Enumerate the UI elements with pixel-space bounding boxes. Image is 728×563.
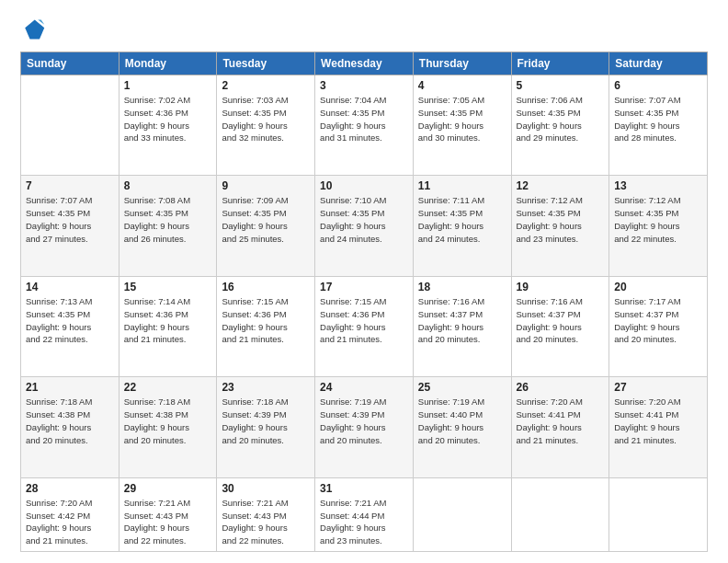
calendar-cell: 19Sunrise: 7:16 AM Sunset: 4:37 PM Dayli… — [511, 276, 609, 376]
day-info: Sunrise: 7:20 AM Sunset: 4:41 PM Dayligh… — [517, 396, 605, 446]
day-info: Sunrise: 7:12 AM Sunset: 4:35 PM Dayligh… — [517, 194, 605, 245]
day-number: 22 — [124, 381, 212, 394]
calendar-cell: 16Sunrise: 7:15 AM Sunset: 4:36 PM Dayli… — [217, 276, 315, 376]
weekday-header-sunday: Sunday — [21, 52, 119, 75]
svg-marker-0 — [25, 20, 44, 40]
day-number: 31 — [320, 482, 408, 495]
calendar-cell: 4Sunrise: 7:05 AM Sunset: 4:35 PM Daylig… — [413, 75, 511, 176]
week-row-2: 14Sunrise: 7:13 AM Sunset: 4:35 PM Dayli… — [21, 276, 708, 376]
day-number: 11 — [418, 179, 506, 192]
page: SundayMondayTuesdayWednesdayThursdayFrid… — [0, 0, 728, 563]
calendar-cell: 21Sunrise: 7:18 AM Sunset: 4:38 PM Dayli… — [21, 377, 119, 477]
weekday-header-tuesday: Tuesday — [217, 52, 315, 75]
day-number: 13 — [614, 179, 702, 192]
day-info: Sunrise: 7:18 AM Sunset: 4:38 PM Dayligh… — [124, 396, 212, 446]
calendar-table: SundayMondayTuesdayWednesdayThursdayFrid… — [20, 52, 708, 552]
calendar-cell: 2Sunrise: 7:03 AM Sunset: 4:35 PM Daylig… — [217, 75, 315, 176]
calendar-cell: 11Sunrise: 7:11 AM Sunset: 4:35 PM Dayli… — [413, 176, 511, 276]
day-number: 21 — [26, 381, 114, 394]
logo — [20, 17, 50, 42]
day-number: 18 — [418, 281, 506, 293]
calendar-cell: 22Sunrise: 7:18 AM Sunset: 4:38 PM Dayli… — [119, 377, 217, 477]
day-number: 28 — [26, 482, 114, 495]
calendar-cell: 14Sunrise: 7:13 AM Sunset: 4:35 PM Dayli… — [21, 276, 119, 376]
day-info: Sunrise: 7:21 AM Sunset: 4:43 PM Dayligh… — [124, 497, 212, 547]
calendar-cell: 25Sunrise: 7:19 AM Sunset: 4:40 PM Dayli… — [413, 377, 511, 477]
day-number: 1 — [124, 79, 212, 92]
day-info: Sunrise: 7:20 AM Sunset: 4:42 PM Dayligh… — [26, 497, 114, 547]
day-info: Sunrise: 7:05 AM Sunset: 4:35 PM Dayligh… — [418, 94, 506, 144]
logo-icon — [20, 17, 46, 42]
day-info: Sunrise: 7:19 AM Sunset: 4:39 PM Dayligh… — [320, 396, 408, 446]
calendar-cell — [609, 477, 708, 551]
day-number: 4 — [418, 79, 506, 92]
header — [20, 17, 708, 42]
week-row-4: 28Sunrise: 7:20 AM Sunset: 4:42 PM Dayli… — [21, 477, 708, 551]
day-info: Sunrise: 7:13 AM Sunset: 4:35 PM Dayligh… — [26, 295, 114, 346]
calendar-cell: 9Sunrise: 7:09 AM Sunset: 4:35 PM Daylig… — [217, 176, 315, 276]
day-info: Sunrise: 7:18 AM Sunset: 4:38 PM Dayligh… — [26, 396, 114, 446]
calendar-cell: 8Sunrise: 7:08 AM Sunset: 4:35 PM Daylig… — [119, 176, 217, 276]
day-number: 27 — [614, 381, 702, 394]
day-number: 9 — [222, 179, 310, 192]
calendar-cell: 3Sunrise: 7:04 AM Sunset: 4:35 PM Daylig… — [315, 75, 414, 176]
day-number: 8 — [124, 179, 212, 192]
calendar-cell: 18Sunrise: 7:16 AM Sunset: 4:37 PM Dayli… — [413, 276, 511, 376]
calendar-cell: 15Sunrise: 7:14 AM Sunset: 4:36 PM Dayli… — [119, 276, 217, 376]
week-row-1: 7Sunrise: 7:07 AM Sunset: 4:35 PM Daylig… — [21, 176, 708, 276]
calendar-cell: 30Sunrise: 7:21 AM Sunset: 4:43 PM Dayli… — [217, 477, 315, 551]
week-row-0: 1Sunrise: 7:02 AM Sunset: 4:36 PM Daylig… — [21, 75, 708, 176]
day-number: 26 — [517, 381, 605, 394]
day-info: Sunrise: 7:15 AM Sunset: 4:36 PM Dayligh… — [320, 295, 408, 346]
weekday-header-wednesday: Wednesday — [315, 52, 414, 75]
day-info: Sunrise: 7:17 AM Sunset: 4:37 PM Dayligh… — [614, 295, 702, 346]
day-info: Sunrise: 7:18 AM Sunset: 4:39 PM Dayligh… — [222, 396, 310, 446]
day-info: Sunrise: 7:03 AM Sunset: 4:35 PM Dayligh… — [222, 94, 310, 144]
calendar-cell: 1Sunrise: 7:02 AM Sunset: 4:36 PM Daylig… — [119, 75, 217, 176]
day-info: Sunrise: 7:08 AM Sunset: 4:35 PM Dayligh… — [124, 194, 212, 245]
day-info: Sunrise: 7:15 AM Sunset: 4:36 PM Dayligh… — [222, 295, 310, 346]
weekday-header-row: SundayMondayTuesdayWednesdayThursdayFrid… — [21, 52, 708, 75]
calendar-cell: 28Sunrise: 7:20 AM Sunset: 4:42 PM Dayli… — [21, 477, 119, 551]
weekday-header-friday: Friday — [511, 52, 609, 75]
day-number: 29 — [124, 482, 212, 495]
calendar-cell: 20Sunrise: 7:17 AM Sunset: 4:37 PM Dayli… — [609, 276, 708, 376]
day-number: 25 — [418, 381, 506, 394]
calendar-cell: 13Sunrise: 7:12 AM Sunset: 4:35 PM Dayli… — [609, 176, 708, 276]
day-number: 6 — [614, 79, 702, 92]
calendar-cell — [413, 477, 511, 551]
calendar-cell: 29Sunrise: 7:21 AM Sunset: 4:43 PM Dayli… — [119, 477, 217, 551]
calendar-cell: 23Sunrise: 7:18 AM Sunset: 4:39 PM Dayli… — [217, 377, 315, 477]
calendar-cell: 31Sunrise: 7:21 AM Sunset: 4:44 PM Dayli… — [315, 477, 414, 551]
day-info: Sunrise: 7:21 AM Sunset: 4:43 PM Dayligh… — [222, 497, 310, 547]
calendar-cell: 5Sunrise: 7:06 AM Sunset: 4:35 PM Daylig… — [511, 75, 609, 176]
calendar-cell: 12Sunrise: 7:12 AM Sunset: 4:35 PM Dayli… — [511, 176, 609, 276]
day-number: 2 — [222, 79, 310, 92]
calendar-cell: 26Sunrise: 7:20 AM Sunset: 4:41 PM Dayli… — [511, 377, 609, 477]
day-info: Sunrise: 7:12 AM Sunset: 4:35 PM Dayligh… — [614, 194, 702, 245]
calendar-cell: 17Sunrise: 7:15 AM Sunset: 4:36 PM Dayli… — [315, 276, 414, 376]
day-info: Sunrise: 7:16 AM Sunset: 4:37 PM Dayligh… — [517, 295, 605, 346]
day-number: 10 — [320, 179, 408, 192]
day-number: 19 — [517, 281, 605, 293]
day-info: Sunrise: 7:06 AM Sunset: 4:35 PM Dayligh… — [517, 94, 605, 144]
day-number: 20 — [614, 281, 702, 293]
calendar-cell — [21, 75, 119, 176]
day-info: Sunrise: 7:14 AM Sunset: 4:36 PM Dayligh… — [124, 295, 212, 346]
calendar-cell: 7Sunrise: 7:07 AM Sunset: 4:35 PM Daylig… — [21, 176, 119, 276]
day-number: 14 — [26, 281, 114, 293]
weekday-header-saturday: Saturday — [609, 52, 708, 75]
day-number: 15 — [124, 281, 212, 293]
calendar-cell — [511, 477, 609, 551]
weekday-header-thursday: Thursday — [413, 52, 511, 75]
day-info: Sunrise: 7:07 AM Sunset: 4:35 PM Dayligh… — [26, 194, 114, 245]
weekday-header-monday: Monday — [119, 52, 217, 75]
day-info: Sunrise: 7:21 AM Sunset: 4:44 PM Dayligh… — [320, 497, 408, 547]
day-number: 23 — [222, 381, 310, 394]
day-info: Sunrise: 7:02 AM Sunset: 4:36 PM Dayligh… — [124, 94, 212, 144]
day-info: Sunrise: 7:20 AM Sunset: 4:41 PM Dayligh… — [614, 396, 702, 446]
day-number: 5 — [517, 79, 605, 92]
day-number: 16 — [222, 281, 310, 293]
day-info: Sunrise: 7:11 AM Sunset: 4:35 PM Dayligh… — [418, 194, 506, 245]
calendar-cell: 27Sunrise: 7:20 AM Sunset: 4:41 PM Dayli… — [609, 377, 708, 477]
